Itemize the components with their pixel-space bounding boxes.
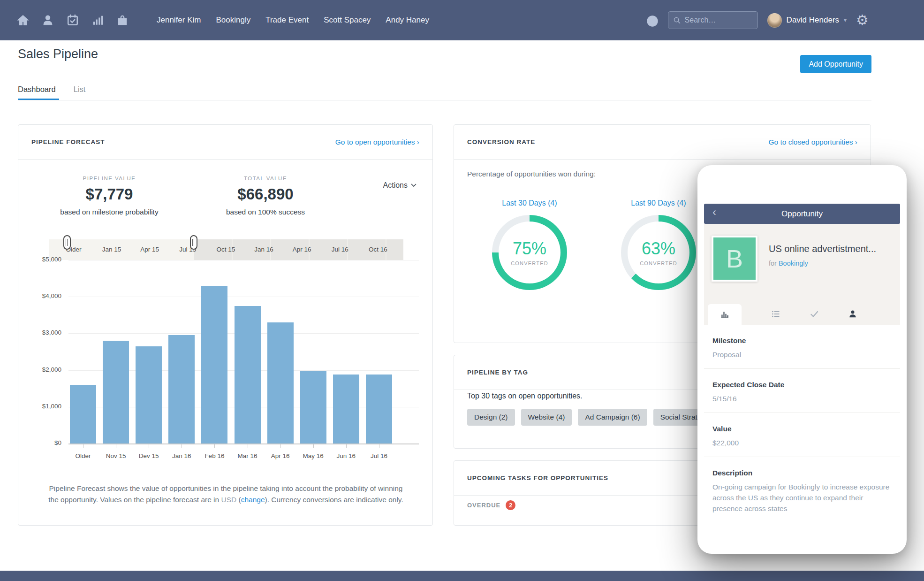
axis-tick [214, 444, 215, 448]
axis-tick [313, 444, 314, 448]
slider-month-label: Jul 15 [169, 246, 206, 253]
change-currency-link[interactable]: change [241, 496, 265, 504]
gridline [68, 333, 419, 334]
x-axis-label: Jul 16 [363, 452, 395, 459]
opportunity-name: US online advertistment... [769, 244, 876, 254]
stat-label: TOTAL VALUE [195, 176, 336, 181]
opportunity-card-title: Opportunity [781, 209, 823, 219]
last-90-days-link[interactable]: Last 90 Days (4) [607, 199, 710, 207]
tab-tasks[interactable] [809, 309, 820, 319]
company-link[interactable]: Bookingly [779, 260, 808, 267]
user-name: David Henders [787, 15, 839, 25]
slider-handle-left[interactable] [63, 235, 71, 250]
stat-caption: based on milestone probability [39, 208, 180, 216]
tag-pill[interactable]: Design (2) [467, 409, 515, 426]
slider-month-label: Oct 16 [359, 246, 397, 253]
field-value: On-going campaign for Bookingly to incre… [712, 482, 892, 514]
field-label: Value [712, 425, 892, 433]
open-opportunities-link[interactable]: Go to open opportunities › [335, 138, 419, 146]
stat-value: $7,779 [39, 185, 180, 203]
add-new-icon[interactable] [646, 14, 659, 26]
field-value: 5/15/16 [712, 393, 892, 404]
donut-percent: 75% [513, 239, 546, 259]
opportunity-hero: B US online advertistment... for Booking… [704, 224, 900, 325]
y-axis-label: $1,000 [23, 403, 61, 410]
donut-caption: CONVERTED [640, 260, 677, 266]
nav-menu-item[interactable]: Scott Spacey [324, 15, 371, 25]
add-opportunity-button[interactable]: Add Opportunity [800, 55, 871, 73]
tag-pill[interactable]: Ad Campaign (6) [578, 409, 647, 426]
nav-menu-item[interactable]: Bookingly [216, 15, 250, 25]
opportunity-field: Expected Close Date5/15/16 [704, 369, 900, 413]
forecast-footnote: Pipeline Forecast shows the value of opp… [44, 483, 408, 505]
check-tab-icon [809, 309, 819, 319]
axis-tick [182, 444, 182, 448]
chevron-down-icon: ▾ [844, 17, 847, 23]
slider-handle-right[interactable] [190, 235, 197, 250]
app-root: Jennifer KimBookinglyTrade EventScott Sp… [0, 0, 924, 581]
chevron-down-icon [411, 183, 417, 187]
search-input[interactable] [685, 16, 746, 24]
actions-dropdown[interactable]: Actions [383, 181, 417, 190]
company-avatar: B [712, 236, 757, 282]
gridline [68, 407, 419, 407]
x-axis-label: Nov 15 [99, 452, 132, 459]
footnote-text: ). Currency conversions are indicative o… [265, 496, 403, 504]
conversion-panel-title: CONVERSION RATE [467, 138, 535, 145]
donut-chart: 63% CONVERTED [621, 215, 696, 290]
tag-pill[interactable]: Website (4) [521, 409, 572, 426]
back-chevron-icon[interactable]: ‹ [712, 206, 716, 219]
reports-icon[interactable] [91, 14, 104, 26]
settings-gear-icon[interactable]: ⚙ [856, 13, 869, 27]
total-value-stat: TOTAL VALUE $66,890 based on 100% succes… [195, 176, 336, 216]
closed-opportunities-link[interactable]: Go to closed opportunities › [768, 138, 857, 146]
tab-people[interactable] [847, 309, 858, 319]
list-tab-icon [771, 309, 781, 319]
axis-tick [346, 444, 347, 448]
slider-month-label: Jan 15 [93, 246, 130, 253]
tag-list: Design (2)Website (4)Ad Campaign (6)Soci… [467, 409, 712, 426]
forecast-panel-header: PIPELINE FORECAST Go to open opportuniti… [18, 125, 432, 160]
cases-icon[interactable] [116, 14, 129, 26]
bottom-footer-bar [0, 571, 924, 581]
x-axis-label: Apr 16 [264, 452, 297, 459]
donut-block-90-days: Last 90 Days (4) 63% CONVERTED [607, 199, 710, 290]
calendar-icon[interactable] [67, 14, 79, 26]
y-axis-label: $4,000 [23, 292, 61, 299]
slider-month-label: Apr 16 [283, 246, 321, 253]
field-label: Description [712, 469, 892, 477]
avatar [767, 13, 782, 28]
donut-caption: CONVERTED [511, 260, 548, 266]
gridline [68, 297, 419, 297]
user-menu[interactable]: David Henders ▾ [767, 13, 847, 28]
nav-menu-item[interactable]: Trade Event [265, 15, 309, 25]
x-axis-label: May 16 [297, 452, 330, 459]
search-box[interactable] [668, 11, 758, 29]
y-axis-label: $2,000 [23, 366, 61, 373]
opportunity-field: Value$22,000 [704, 413, 900, 457]
gridline [68, 260, 419, 260]
axis-tick [149, 444, 149, 448]
tab-list[interactable]: List [74, 85, 86, 100]
nav-menu-item[interactable]: Jennifer Kim [157, 15, 201, 25]
tags-subtitle: Top 30 tags on open opportunities. [467, 392, 583, 400]
stat-value: $66,890 [195, 185, 336, 203]
tab-chart-active[interactable] [708, 304, 742, 325]
top-nav: Jennifer KimBookinglyTrade EventScott Sp… [0, 0, 924, 40]
last-30-days-link[interactable]: Last 30 Days (4) [478, 199, 581, 207]
stat-caption: based on 100% success [195, 208, 336, 216]
tasks-panel-title: UPCOMING TASKS FOR OPPORTUNITIES [467, 474, 608, 482]
home-icon[interactable] [17, 14, 29, 26]
footnote-text: ( [236, 496, 241, 504]
overdue-row: OVERDUE 2 [467, 500, 515, 510]
date-range-slider: OlderJan 15Apr 15Jul 15Oct 15Jan 16Apr 1… [49, 239, 403, 260]
x-axis-line [68, 443, 419, 444]
bar [333, 375, 359, 443]
stat-label: PIPELINE VALUE [39, 176, 180, 181]
nav-menu-item[interactable]: Andy Haney [386, 15, 429, 25]
forecast-panel-title: PIPELINE FORECAST [31, 138, 105, 145]
tab-list[interactable] [770, 309, 781, 319]
axis-tick [280, 444, 281, 448]
opportunity-card-header: ‹ Opportunity [704, 204, 900, 224]
contacts-icon[interactable] [42, 14, 54, 26]
